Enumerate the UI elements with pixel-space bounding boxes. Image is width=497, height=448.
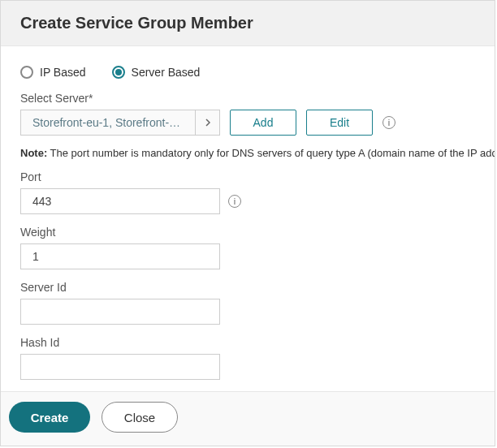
dialog-header: Create Service Group Member — [1, 1, 495, 46]
field-label: Weight — [20, 226, 475, 239]
server-row: Storefront-eu-1, Storefront-eu-2 Add Edi… — [20, 110, 475, 136]
dialog-footer: Create Close — [1, 391, 495, 446]
edit-button[interactable]: Edit — [306, 110, 373, 136]
weight-input[interactable] — [20, 243, 220, 269]
radio-icon — [112, 66, 125, 79]
input-row: i — [20, 188, 475, 214]
field-weight: Weight — [20, 226, 475, 269]
field-server-id: Server Id — [20, 281, 475, 325]
server-id-input[interactable] — [20, 299, 220, 325]
port-input[interactable] — [20, 188, 220, 214]
close-button[interactable]: Close — [102, 402, 178, 433]
info-icon[interactable]: i — [228, 195, 241, 208]
field-hash-id: Hash Id — [20, 336, 475, 380]
hash-id-input[interactable] — [20, 354, 220, 380]
add-button[interactable]: Add — [230, 110, 296, 136]
server-select-value: Storefront-eu-1, Storefront-eu-2 — [21, 116, 195, 129]
dialog-title: Create Service Group Member — [20, 14, 475, 32]
radio-label: IP Based — [40, 66, 86, 79]
server-select[interactable]: Storefront-eu-1, Storefront-eu-2 — [20, 110, 220, 136]
radio-server-based[interactable]: Server Based — [112, 66, 201, 79]
info-icon[interactable]: i — [382, 116, 395, 129]
field-label: Server Id — [20, 281, 475, 294]
chevron-right-icon — [195, 110, 219, 135]
field-port: Port i — [20, 170, 475, 214]
field-select-server: Select Server* Storefront-eu-1, Storefro… — [20, 92, 475, 136]
field-label: Select Server* — [20, 92, 475, 105]
field-label: Hash Id — [20, 336, 475, 349]
create-button[interactable]: Create — [9, 402, 90, 433]
dialog-body: IP Based Server Based Select Server* Sto… — [1, 46, 495, 391]
dialog: Create Service Group Member IP Based Ser… — [0, 0, 495, 446]
basis-radio-group: IP Based Server Based — [20, 66, 475, 79]
radio-ip-based[interactable]: IP Based — [20, 66, 86, 79]
field-label: Port — [20, 170, 475, 183]
note-prefix: Note: — [20, 147, 47, 159]
note-body: The port number is mandatory only for DN… — [47, 147, 495, 159]
note-text: Note: The port number is mandatory only … — [20, 147, 475, 159]
radio-icon — [20, 66, 33, 79]
radio-label: Server Based — [132, 66, 201, 79]
